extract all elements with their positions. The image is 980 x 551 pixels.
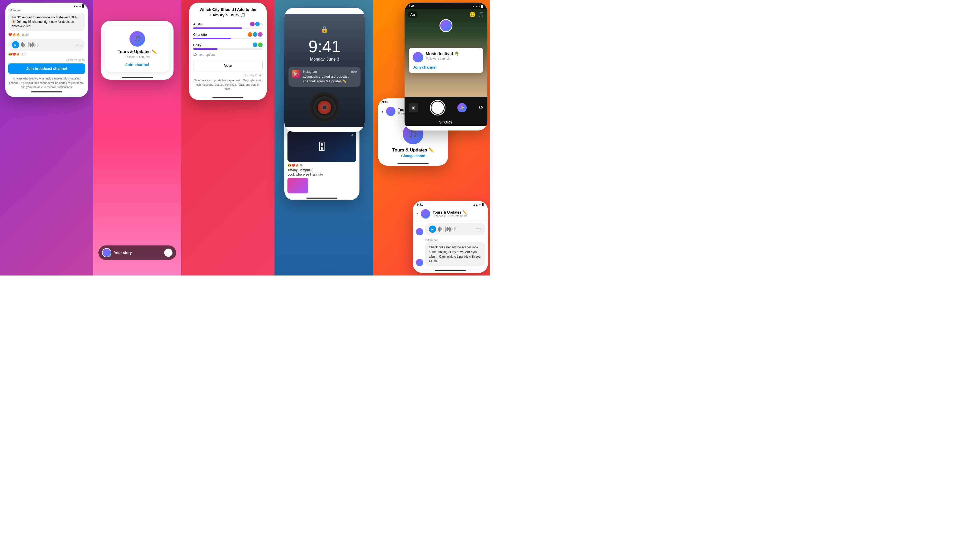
home-indicator-6 — [309, 129, 340, 130]
camera-bottom: ⊞ ✨ ↺ — [404, 97, 487, 119]
section-teal: 9:41 ▲▲ ⟐ ▉ ‹ Music festival 🌴 Broadcast… — [275, 0, 373, 275]
home-indicator-5 — [398, 163, 429, 164]
vinyl-record — [309, 92, 340, 123]
vote-button[interactable]: Vote — [193, 60, 262, 71]
reaction-row-1: ❤️🔥🔥 18.2k — [8, 33, 85, 37]
svg-rect-0 — [294, 72, 298, 76]
phone-lock-screen: 9:41 ▲▲ ⟐ ▉ 🔒 9:41 Monday, June 3 — [284, 8, 365, 132]
status-bar-6: 9:41 ▲▲ ⟐ ▉ — [284, 8, 365, 14]
camera-screen: Aa 🙂 🎵 Music festival 🌴 Followers can jo… — [404, 9, 487, 97]
section-red: Which City Should I Add to the I.Am.Xyla… — [181, 0, 275, 275]
time-6: 9:41 — [288, 10, 294, 13]
join-description: Anyone who follows xylamusic can join th… — [8, 76, 85, 89]
seen-by-1: Seen by 20.4K — [8, 58, 85, 61]
channel-avatar-2: 🎵 — [129, 31, 145, 47]
msg-text-bubble-8: Check out a behind the scenes look at th… — [425, 242, 485, 266]
home-indicator-7 — [430, 128, 461, 129]
story-avatar — [102, 248, 111, 257]
reactions-1: ❤️🔥🔥 — [8, 33, 20, 37]
poll-mini-avatar-7 — [258, 43, 262, 47]
story-text: Your story — [114, 251, 164, 255]
rotate-button[interactable]: ↺ — [479, 104, 483, 111]
poll-mini-avatar-6 — [253, 43, 258, 47]
section-purple: ▲▲ ⟐ ▉ xylamusic I'm SO excited to annou… — [0, 0, 93, 275]
play-button-8[interactable]: ▶ — [429, 225, 436, 233]
audio-duration-1: 0:12 — [76, 43, 81, 46]
camera-music-icon[interactable]: 🎵 — [478, 11, 484, 17]
wifi-icon-7: ⟐ — [479, 5, 480, 8]
popup-channel-name: Music festival 🌴 — [426, 51, 459, 56]
nav-subtitle-8: Broadcast • 102K members — [433, 214, 484, 218]
battery-icon-7: ▉ — [481, 5, 483, 8]
home-indicator-2 — [122, 77, 153, 78]
waveform-1 — [21, 42, 74, 48]
poll-philly-avatars — [253, 43, 262, 47]
notif-header: Instagram now — [303, 70, 357, 73]
text-msg-username: xylamusic — [425, 238, 485, 241]
grid-icon-button[interactable]: ⊞ — [409, 103, 418, 113]
join-broadcast-button[interactable]: Join broadcast channel — [8, 64, 85, 74]
popup-avatar — [413, 52, 423, 62]
poll-option-charlotte: Charlotte — [193, 32, 262, 40]
battery-icon-8: ▉ — [482, 203, 484, 206]
username-label: xylamusic — [8, 8, 85, 12]
phone-tours-audio: 9:41 ▲▲ ⟐ ▉ ‹ Tours & Updates ✏️ Broadca… — [413, 201, 488, 273]
poll-option-header-austin: Austin 5 — [193, 22, 262, 26]
phone-tours-card: 🎵 Tours & Updates ✏️ Followers can join … — [101, 21, 173, 80]
notif-time: now — [351, 70, 357, 73]
story-row[interactable]: Your story → — [99, 246, 176, 260]
status-icons-8: ▲▲ ⟐ ▉ — [473, 203, 484, 206]
wifi-icon-8: ⟐ — [479, 203, 480, 206]
story-label-row: STORY — [404, 119, 487, 126]
popup-join-link[interactable]: Join channel — [413, 65, 479, 69]
poll-bar-austin-fill — [193, 27, 242, 29]
phone1-content: xylamusic I'm SO excited to announce my … — [5, 8, 88, 97]
join-channel-link[interactable]: Join channel — [110, 62, 164, 67]
signal-icon: ▲▲ — [73, 5, 78, 8]
poll-bar-philly-bg — [193, 48, 262, 50]
play-button[interactable]: ▶ — [12, 41, 19, 48]
poll-option-austin: Austin 5 — [193, 22, 262, 29]
poll-title: Which City Should I Add to the I.Am.Xyla… — [193, 7, 262, 17]
phone-broadcast-channel: ▲▲ ⟐ ▉ xylamusic I'm SO excited to annou… — [5, 3, 88, 97]
poll-austin-count: 5 — [261, 22, 262, 26]
sparkle-button[interactable]: ✨ — [457, 103, 467, 113]
poll-austin-avatars — [250, 22, 260, 26]
reaction-count2-4: 94 — [300, 164, 304, 167]
channel-hero-name: Tours & Updates ✏️ — [382, 147, 444, 153]
home-indicator-1 — [31, 91, 62, 92]
vinyl-center — [322, 105, 327, 110]
waveform-8 — [438, 227, 474, 232]
back-arrow-5[interactable]: ‹ — [382, 108, 383, 114]
sender2-4: Tiffany Campbell — [288, 168, 356, 172]
poll-austin-meta: 5 — [250, 22, 262, 26]
audio-bubble-1[interactable]: ▶ 0:12 — [8, 38, 85, 51]
section-pink: 🎵 Tours & Updates ✏️ Followers can join … — [93, 0, 181, 275]
poll-bar-charlotte-bg — [193, 38, 262, 40]
camera-text-button[interactable]: Aa — [408, 11, 417, 17]
audio-msg-bubble-8[interactable]: ▶ 0:12 — [425, 223, 485, 235]
signal-icon-8: ▲▲ — [473, 203, 478, 206]
poll-option-header-charlotte: Charlotte — [193, 32, 262, 37]
poll-option-name-austin: Austin — [193, 22, 202, 26]
camera-smiley-icon[interactable]: 🙂 — [469, 11, 476, 17]
poll-bar-charlotte-fill — [193, 38, 231, 40]
back-arrow-8[interactable]: ‹ — [417, 211, 418, 217]
lock-icon: 🔒 — [288, 26, 361, 33]
followers-can-join: Followers can join — [110, 55, 164, 59]
notif-content: Instagram now xylamusic created a broadc… — [303, 70, 357, 84]
signal-icon-7: ▲▲ — [473, 5, 477, 8]
nav-header-8: ‹ Tours & Updates ✏️ Broadcast • 102K me… — [413, 207, 488, 221]
dj-image: ✈ 🎛 — [288, 131, 356, 162]
status-icons-6: ▲▲ ⟐ ▉ — [350, 10, 361, 13]
dj-image-placeholder: ✈ 🎛 — [288, 131, 356, 162]
popup-text-group: Music festival 🌴 Followers can join — [426, 51, 459, 63]
channel-popup: Music festival 🌴 Followers can join Join… — [409, 48, 483, 73]
change-name-link[interactable]: Change name — [382, 154, 444, 158]
poll-option-name-charlotte: Charlotte — [193, 33, 207, 37]
story-arrow[interactable]: → — [164, 249, 172, 257]
poll-bar-philly-fill — [193, 48, 218, 50]
phone-poll: Which City Should I Add to the I.Am.Xyla… — [189, 3, 267, 100]
camera-overlay-top: Aa 🙂 🎵 — [404, 11, 487, 17]
shutter-button[interactable] — [430, 100, 445, 116]
